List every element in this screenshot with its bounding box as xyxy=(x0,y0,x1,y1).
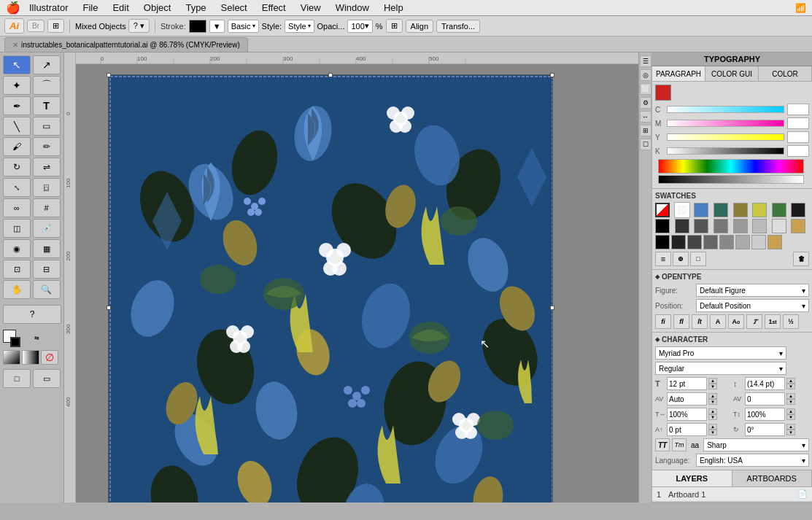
nav-btn-1[interactable]: ☰ xyxy=(640,55,651,67)
dark-gray-swatch[interactable] xyxy=(675,219,689,233)
tracking-up[interactable]: ▲ xyxy=(786,393,795,399)
nav-btn-2[interactable]: ◎ xyxy=(640,69,651,81)
rotation-input[interactable]: 0° xyxy=(745,423,785,436)
menu-item-file[interactable]: File xyxy=(77,2,104,13)
scale-tool[interactable]: ⤡ xyxy=(3,178,31,197)
small-caps-button[interactable]: Tт xyxy=(672,438,687,451)
kerning-up[interactable]: ▲ xyxy=(708,393,717,399)
leading-input[interactable]: (14.4 pt) xyxy=(745,377,785,390)
opentype-title[interactable]: ◆ OPENTYPE xyxy=(655,273,809,281)
spectrum-slider[interactable] xyxy=(658,159,804,174)
baseline-input[interactable]: 0 pt xyxy=(667,423,707,436)
menu-item-type[interactable]: Type xyxy=(179,2,212,13)
new-color-group-button[interactable]: ⊕ xyxy=(673,252,689,266)
line-tool[interactable]: ╲ xyxy=(3,117,31,136)
ot-fi-icon[interactable]: fi xyxy=(655,314,671,329)
paintbrush-tool[interactable]: 🖌 xyxy=(3,137,31,156)
tab-layers[interactable]: LAYERS xyxy=(652,470,732,486)
none-button[interactable]: ∅ xyxy=(41,350,58,365)
gradient-button[interactable] xyxy=(22,350,39,365)
leading-down[interactable]: ▼ xyxy=(786,384,795,389)
swatch-b5[interactable] xyxy=(719,235,734,249)
ot-fl-icon[interactable]: fl xyxy=(673,314,689,329)
blue-swatch[interactable] xyxy=(694,203,708,217)
ot-st-icon[interactable]: ſt xyxy=(692,314,708,329)
mesh-tool[interactable]: # xyxy=(33,198,61,217)
canvas-area[interactable]: 0 100 200 300 400 500 xyxy=(64,53,638,502)
font-name-select[interactable]: Myriad Pro ▾ xyxy=(655,346,786,360)
white-swatch[interactable] xyxy=(675,203,689,217)
none-swatch[interactable] xyxy=(655,203,670,217)
symbol-tool[interactable]: ◉ xyxy=(3,239,31,258)
tab-paragraph[interactable]: PARAGRAPH xyxy=(652,66,705,81)
change-screen-mode[interactable]: □ xyxy=(3,369,31,388)
yellow-slider[interactable] xyxy=(667,133,784,141)
swatch-libraries-button[interactable]: ≡ xyxy=(655,252,671,266)
shear-tool[interactable]: ⌼ xyxy=(33,178,61,197)
swatch-b2[interactable] xyxy=(671,235,686,249)
yellow-value[interactable] xyxy=(787,131,809,143)
yellow-green-swatch[interactable] xyxy=(752,203,767,217)
black-swatch[interactable] xyxy=(655,219,670,233)
green-swatch[interactable] xyxy=(772,203,786,217)
reflect-tool[interactable]: ⇌ xyxy=(33,158,61,176)
pen-tool[interactable]: ✒ xyxy=(3,96,31,115)
new-layer-icon[interactable]: 📄 xyxy=(797,489,808,499)
slice-tool[interactable]: ⊟ xyxy=(33,260,61,279)
lightest-gray-swatch[interactable] xyxy=(772,219,786,233)
rect-tool[interactable]: ▭ xyxy=(33,117,61,136)
baseline-spinner[interactable]: ▲ ▼ xyxy=(708,424,717,435)
magenta-value[interactable] xyxy=(787,117,809,129)
nav-btn-3[interactable]: ⬜ xyxy=(640,83,651,95)
tracking-input[interactable]: 0 xyxy=(745,392,785,405)
v-scale-up[interactable]: ▲ xyxy=(786,408,795,414)
magenta-slider[interactable] xyxy=(667,120,784,127)
v-scale-down[interactable]: ▼ xyxy=(786,414,795,420)
lighter-gray-swatch[interactable] xyxy=(752,219,767,233)
mid-gray-swatch[interactable] xyxy=(694,219,708,233)
light-gray-swatch[interactable] xyxy=(733,219,748,233)
menu-item-edit[interactable]: Edit xyxy=(107,2,134,13)
apple-menu[interactable]: 🍎 xyxy=(6,1,20,15)
solid-color-button[interactable] xyxy=(3,350,20,365)
lightness-slider[interactable] xyxy=(658,175,804,184)
opacity-input[interactable]: 100▾ xyxy=(347,20,372,33)
artboard-tool[interactable]: ⊡ xyxy=(3,260,31,279)
menu-item-help[interactable]: Help xyxy=(378,2,409,13)
fill-box[interactable] xyxy=(3,330,19,346)
nav-btn-7[interactable]: ☐ xyxy=(640,139,651,150)
nav-btn-6[interactable]: ⊞ xyxy=(640,125,651,136)
cyan-slider[interactable] xyxy=(667,106,784,113)
font-size-down[interactable]: ▼ xyxy=(708,384,717,389)
nav-btn-4[interactable]: ⚙ xyxy=(640,97,651,109)
rotation-up[interactable]: ▲ xyxy=(786,424,795,430)
nav-btn-5[interactable]: ↔ xyxy=(640,111,651,123)
tracking-spinner[interactable]: ▲ ▼ xyxy=(786,393,795,405)
position-select[interactable]: Default Position ▾ xyxy=(696,299,809,312)
menu-item-effect[interactable]: Effect xyxy=(256,2,292,13)
swatch-b6[interactable] xyxy=(735,235,750,249)
kerning-spinner[interactable]: ▲ ▼ xyxy=(708,393,717,405)
baseline-up[interactable]: ▲ xyxy=(708,424,717,430)
gradient-tool[interactable]: ◫ xyxy=(3,219,31,238)
gold-swatch[interactable] xyxy=(791,219,805,233)
style-dropdown[interactable]: Style ▾ xyxy=(285,20,314,33)
swatch-b4[interactable] xyxy=(703,235,718,249)
transform-button[interactable]: Transfo... xyxy=(436,20,480,33)
color-swap-buttons[interactable]: ⇆ xyxy=(34,335,39,341)
selection-tool[interactable]: ↖ xyxy=(3,55,31,74)
column-graph-tool[interactable]: ▦ xyxy=(33,239,61,258)
app-icon-button[interactable]: Ai xyxy=(4,18,24,34)
selection-handle-tr[interactable] xyxy=(550,73,554,77)
v-scale-input[interactable]: 100% xyxy=(745,408,785,421)
swatch-b7[interactable] xyxy=(751,235,766,249)
rotate-tool[interactable]: ↻ xyxy=(3,158,31,176)
ot-t-icon[interactable]: 𝑇 xyxy=(746,314,762,329)
bridge-button[interactable]: Br xyxy=(27,20,45,32)
swatch-b3[interactable] xyxy=(687,235,702,249)
selection-handle-tl[interactable] xyxy=(107,73,111,77)
teal-swatch[interactable] xyxy=(714,203,728,217)
lasso-tool[interactable]: ⌒ xyxy=(33,76,61,95)
selection-handle-tm[interactable] xyxy=(328,73,333,77)
ot-frac-icon[interactable]: ½ xyxy=(783,314,799,329)
